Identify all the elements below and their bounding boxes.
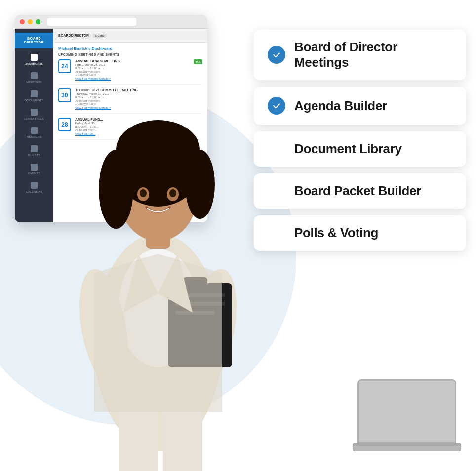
feature-label-2: Document Library [268, 141, 402, 157]
sidebar-logo: BOARDDIRECTOR [15, 33, 53, 48]
feature-card-3[interactable]: Board Packet Builder [254, 173, 466, 209]
app-header: BOARDDIRECTOR DEMO [53, 29, 207, 43]
feature-card-1[interactable]: Agenda Builder [254, 87, 466, 125]
events-icon [31, 164, 38, 171]
svg-marker-23 [94, 254, 222, 412]
demo-badge: DEMO [93, 34, 107, 38]
minimize-dot [28, 19, 33, 24]
person-svg [40, 66, 277, 471]
sidebar-label-events: EVENTS [28, 172, 40, 175]
svg-point-24 [272, 50, 281, 60]
svg-point-25 [272, 101, 281, 111]
check-icon-0 [268, 46, 285, 64]
logo-text: BOARDDIRECTOR [24, 37, 44, 44]
dashboard-icon [31, 54, 38, 61]
check-icon-1 [268, 97, 285, 115]
feature-card-4[interactable]: Polls & Voting [254, 215, 466, 251]
members-icon [31, 127, 38, 134]
meeting-title-0: ANNUAL BOARD MEETING [75, 59, 190, 63]
meetings-icon [31, 72, 38, 79]
laptop [357, 379, 456, 451]
page-title: Michael Barrick's Dashboard [58, 46, 202, 51]
committees-icon [31, 109, 38, 116]
person-figure [40, 66, 277, 471]
svg-point-20 [169, 189, 176, 197]
url-bar [47, 18, 136, 26]
feature-card-2[interactable]: Document Library [254, 131, 466, 167]
documents-icon [31, 90, 38, 97]
feature-label-4: Polls & Voting [268, 225, 378, 241]
section-label: UPCOMING MEETINGS AND EVENTS [58, 53, 202, 56]
feature-label-0: Board of Director Meetings [294, 40, 452, 70]
feature-label-3: Board Packet Builder [268, 183, 421, 199]
sidebar-label-guests: GUESTS [28, 154, 40, 157]
guests-icon [31, 145, 38, 152]
laptop-base [353, 446, 461, 451]
laptop-screen [357, 379, 456, 443]
app-name: BOARDDIRECTOR [58, 34, 89, 37]
svg-point-16 [116, 120, 200, 179]
laptop-screen-inner [359, 381, 455, 442]
checkmark-svg-0 [272, 50, 281, 60]
rsvp-button-0[interactable]: YES [194, 59, 202, 64]
browser-titlebar [15, 15, 207, 29]
maximize-dot [36, 19, 40, 24]
feature-card-0[interactable]: Board of Director Meetings [254, 30, 466, 80]
calendar-icon [31, 182, 38, 189]
svg-point-19 [140, 189, 147, 197]
features-panel: Board of Director Meetings Agenda Builde… [254, 30, 466, 251]
close-dot [20, 19, 25, 24]
sidebar-label-dashboard: DASHBOARD [25, 62, 43, 65]
feature-label-1: Agenda Builder [294, 98, 387, 114]
checkmark-svg-1 [272, 101, 281, 111]
laptop-container [357, 379, 456, 451]
